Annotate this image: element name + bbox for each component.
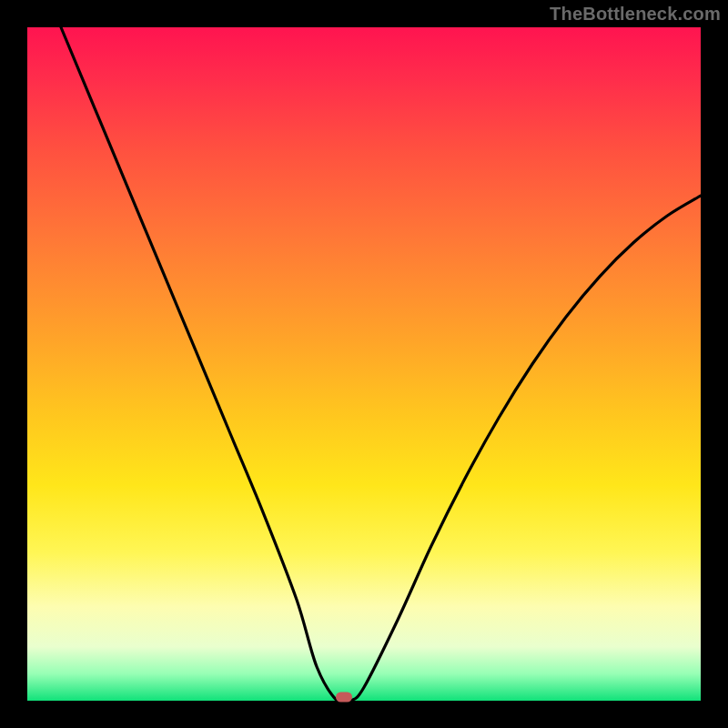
curve-path — [61, 27, 701, 703]
chart-frame — [27, 27, 701, 701]
optimal-point-marker — [336, 693, 352, 703]
bottleneck-curve — [27, 27, 701, 701]
watermark-text: TheBottleneck.com — [550, 4, 721, 25]
